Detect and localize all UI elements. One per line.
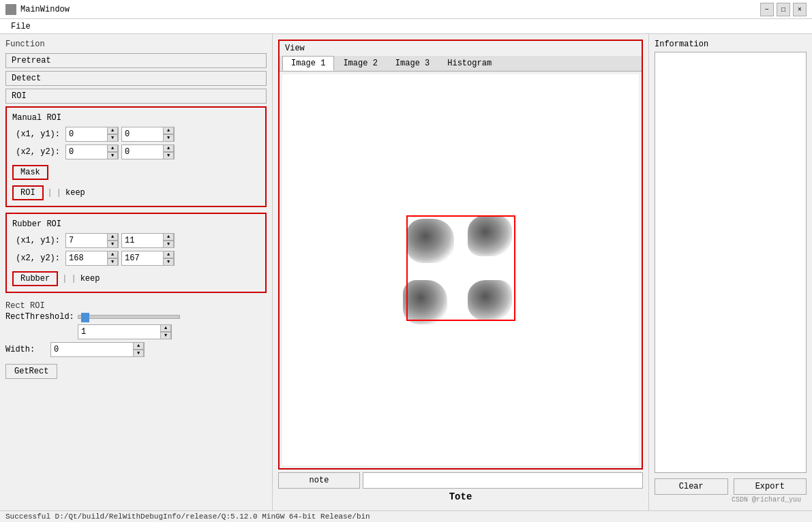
width-row: Width: ▲ ▼	[5, 342, 267, 357]
manual-x1-arrows[interactable]: ▲ ▼	[107, 127, 118, 142]
threshold-value-input[interactable]: ▲ ▼	[78, 324, 172, 339]
rubber-x2y2-label: (x2, y2):	[12, 254, 60, 263]
width-up[interactable]: ▲	[133, 342, 144, 350]
manual-x2-field[interactable]	[66, 145, 107, 159]
rubber-y1-arrows[interactable]: ▲ ▼	[163, 233, 174, 248]
rubber-x1-down[interactable]: ▼	[107, 241, 118, 248]
rubber-y2-arrows[interactable]: ▲ ▼	[163, 251, 174, 266]
title-bar-controls: − □ ×	[760, 3, 807, 16]
manual-y2-input[interactable]: ▲ ▼	[121, 144, 175, 159]
width-down[interactable]: ▼	[133, 350, 144, 357]
roi-apply-button[interactable]: ROI	[12, 185, 44, 200]
threshold-slider-thumb[interactable]	[81, 313, 89, 322]
rect-roi-title: Rect ROI	[5, 301, 267, 311]
rubber-y2-up[interactable]: ▲	[163, 251, 174, 258]
rubber-y2-field[interactable]	[122, 251, 163, 265]
watermark: CSDN @richard_yuu	[655, 495, 807, 505]
function-title: Function	[5, 40, 267, 49]
rubber-x1-arrows[interactable]: ▲ ▼	[107, 233, 118, 248]
manual-x1y1-label: (x1, y1):	[12, 129, 60, 139]
rubber-sep2: |	[71, 274, 76, 283]
rubber-x2-field[interactable]	[66, 251, 107, 265]
manual-y1-up[interactable]: ▲	[163, 127, 174, 134]
manual-x1-up[interactable]: ▲	[107, 127, 118, 134]
close-button[interactable]: ×	[793, 3, 807, 16]
manual-x2-input[interactable]: ▲ ▼	[65, 144, 119, 159]
manual-x1y1-row: (x1, y1): ▲ ▼ ▲ ▼	[12, 127, 260, 142]
rubber-button[interactable]: Rubber	[12, 271, 58, 286]
manual-y2-down[interactable]: ▼	[163, 152, 174, 159]
rubber-x1-input[interactable]: ▲ ▼	[65, 233, 119, 248]
pretreat-button[interactable]: Pretreat	[5, 53, 267, 68]
rubber-x2-up[interactable]: ▲	[107, 251, 118, 258]
manual-roi-title: Manual ROI	[12, 113, 260, 123]
minimize-button[interactable]: −	[760, 3, 774, 16]
get-rect-button[interactable]: GetRect	[5, 364, 57, 379]
export-button[interactable]: Export	[734, 478, 807, 495]
tab-histogram[interactable]: Histogram	[438, 56, 500, 71]
rubber-x1y1-label: (x1, y1):	[12, 236, 60, 245]
threshold-up[interactable]: ▲	[160, 324, 171, 332]
bottom-bar: note	[278, 472, 643, 489]
tab-image1[interactable]: Image 1	[282, 56, 334, 71]
manual-y1-arrows[interactable]: ▲ ▼	[163, 127, 174, 142]
manual-x1-input[interactable]: ▲ ▼	[65, 127, 119, 142]
threshold-value-arrows[interactable]: ▲ ▼	[160, 324, 171, 339]
rubber-x2-down[interactable]: ▼	[107, 258, 118, 266]
manual-y1-field[interactable]	[122, 127, 163, 141]
main-content: Function Pretreat Detect ROI Manual ROI …	[0, 34, 812, 510]
menu-file[interactable]: File	[5, 21, 36, 32]
rubber-y1-up[interactable]: ▲	[163, 233, 174, 241]
rubber-roi-box: Rubber ROI (x1, y1): ▲ ▼ ▲ ▼	[5, 213, 267, 293]
manual-x1-down[interactable]: ▼	[107, 134, 118, 142]
mask-button[interactable]: Mask	[12, 165, 48, 180]
detect-button[interactable]: Detect	[5, 71, 267, 86]
note-button[interactable]: note	[278, 472, 360, 489]
width-input[interactable]: ▲ ▼	[50, 342, 145, 357]
manual-y1-input[interactable]: ▲ ▼	[121, 127, 175, 142]
threshold-value-field[interactable]	[78, 325, 160, 339]
center-panel: View Image 1 Image 2 Image 3 Histogram	[273, 34, 648, 510]
threshold-value-row: ▲ ▼	[5, 324, 267, 339]
rubber-y2-input[interactable]: ▲ ▼	[121, 251, 175, 266]
status-text: Successful D:/Qt/build/RelWithDebugInfo/…	[5, 512, 370, 521]
status-bar: Successful D:/Qt/build/RelWithDebugInfo/…	[0, 510, 812, 522]
tab-bar: Image 1 Image 2 Image 3 Histogram	[280, 56, 642, 72]
rubber-sep1: |	[62, 274, 67, 283]
roi-rect-overlay	[406, 215, 515, 321]
threshold-down[interactable]: ▼	[160, 332, 171, 339]
width-field[interactable]	[51, 343, 133, 356]
title-bar: MainWindow − □ ×	[0, 0, 812, 19]
manual-keep-label: keep	[65, 188, 85, 198]
threshold-slider-track[interactable]	[78, 315, 180, 319]
rubber-x1-field[interactable]	[66, 234, 107, 247]
rubber-y1-input[interactable]: ▲ ▼	[121, 233, 175, 248]
window-title: MainWindow	[20, 5, 70, 14]
tab-image2[interactable]: Image 2	[334, 56, 386, 71]
information-area	[655, 52, 807, 473]
manual-x2-arrows[interactable]: ▲ ▼	[107, 144, 118, 159]
rect-roi-section: Rect ROI RectThreshold: ▲ ▼ Width:	[5, 301, 267, 379]
manual-x2-up[interactable]: ▲	[107, 144, 118, 152]
manual-x1-field[interactable]	[66, 127, 107, 141]
maximize-button[interactable]: □	[777, 3, 790, 16]
manual-y2-field[interactable]	[122, 145, 163, 159]
rubber-x1y1-row: (x1, y1): ▲ ▼ ▲ ▼	[12, 233, 260, 248]
rubber-x2-arrows[interactable]: ▲ ▼	[107, 251, 118, 266]
roi-button[interactable]: ROI	[5, 89, 267, 104]
rubber-y2-down[interactable]: ▼	[163, 258, 174, 266]
note-input[interactable]	[363, 472, 643, 489]
manual-y2-arrows[interactable]: ▲ ▼	[163, 144, 174, 159]
rubber-y1-field[interactable]	[122, 234, 163, 247]
right-bottom-buttons: Clear Export	[655, 478, 807, 495]
width-arrows[interactable]: ▲ ▼	[133, 342, 144, 357]
manual-x2y2-row: (x2, y2): ▲ ▼ ▲ ▼	[12, 144, 260, 159]
manual-x2-down[interactable]: ▼	[107, 152, 118, 159]
manual-y1-down[interactable]: ▼	[163, 134, 174, 142]
rubber-x2-input[interactable]: ▲ ▼	[65, 251, 119, 266]
rubber-y1-down[interactable]: ▼	[163, 241, 174, 248]
tab-image3[interactable]: Image 3	[387, 56, 438, 71]
clear-button[interactable]: Clear	[655, 478, 728, 495]
manual-y2-up[interactable]: ▲	[163, 144, 174, 152]
rubber-x1-up[interactable]: ▲	[107, 233, 118, 241]
